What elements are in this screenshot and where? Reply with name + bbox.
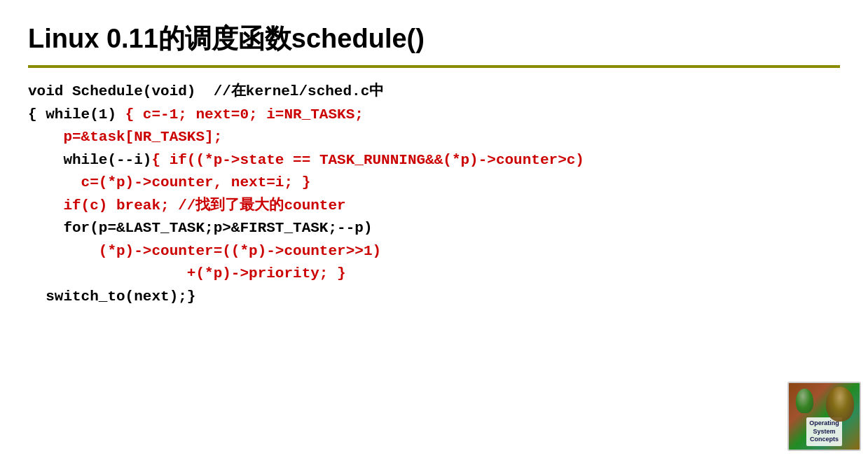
code-line-6: if(c) break; //找到了最大的counter (28, 195, 840, 218)
code-line-3: p=&task[NR_TASKS]; (28, 126, 840, 149)
code-text-5: c=(*p)->counter, next=i; } (28, 174, 310, 190)
book-label-line3: Concepts (810, 436, 839, 443)
code-text-3: p=&task[NR_TASKS]; (28, 129, 222, 145)
code-line-5: c=(*p)->counter, next=i; } (28, 172, 840, 195)
book-label: Operating System Concepts (806, 417, 842, 446)
code-text-2b: { c=-1; next=0; i=NR_TASKS; (125, 106, 364, 123)
code-line-10: switch_to(next);} (28, 286, 840, 309)
code-text-4a: while(--i) (28, 152, 151, 168)
code-line-9: +(*p)->priority; } (28, 263, 840, 286)
code-line-7: for(p=&LAST_TASK;p>&FIRST_TASK;--p) (28, 217, 840, 240)
book-label-line2: System (813, 428, 835, 435)
book-decoration-left (796, 389, 813, 413)
code-text-10: switch_to(next);} (28, 289, 195, 305)
code-text-8: (*p)->counter=((*p)->counter>>1) (28, 243, 381, 259)
code-line-8: (*p)->counter=((*p)->counter>>1) (28, 240, 840, 263)
code-text-1a: void Schedule(void) //在kernel/sched.c中 (28, 83, 384, 99)
title-divider (28, 65, 840, 68)
book-decoration-right (826, 387, 854, 422)
code-line-4: while(--i){ if((*p->state == TASK_RUNNIN… (28, 149, 840, 172)
code-line-1: void Schedule(void) //在kernel/sched.c中 (28, 81, 840, 104)
code-text-7: for(p=&LAST_TASK;p>&FIRST_TASK;--p) (28, 220, 372, 236)
code-line-2: { while(1) { c=-1; next=0; i=NR_TASKS; (28, 104, 840, 127)
code-block: void Schedule(void) //在kernel/sched.c中 {… (28, 81, 840, 308)
code-text-9: +(*p)->priority; } (28, 265, 346, 282)
slide-container: Linux 0.11的调度函数schedule() void Schedule(… (0, 0, 868, 458)
slide-title: Linux 0.11的调度函数schedule() (28, 21, 840, 57)
code-text-6: if(c) break; //找到了最大的counter (28, 197, 346, 214)
code-text-2a: { while(1) (28, 106, 125, 123)
code-text-4b: { if((*p->state == TASK_RUNNING&&(*p)->c… (151, 152, 584, 168)
book-image: Operating System Concepts (787, 382, 861, 451)
